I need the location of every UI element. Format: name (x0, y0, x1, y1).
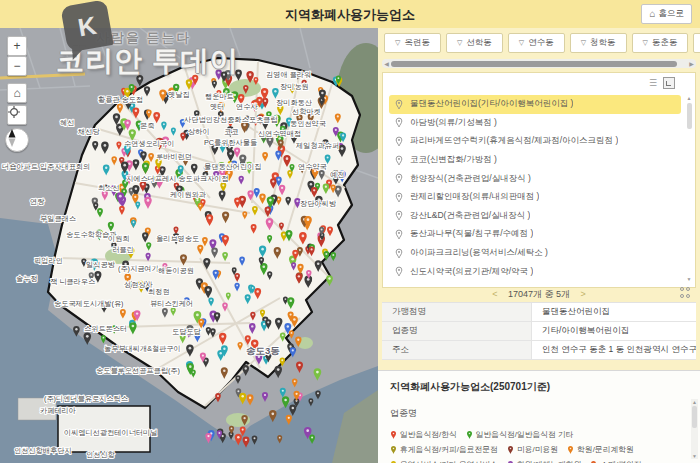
legend-section: 지역화폐사용가능업소(250701기준) 업종명 일반음식점/한식일반음식점/일… (378, 370, 700, 463)
district-tabs: ▽옥련동▽선학동▽연수동▽청학동▽동춘동▽송도동 (384, 33, 700, 53)
list-item[interactable]: 란제리할인매장(의류/내의판매점 ) (389, 188, 681, 207)
legend-item-label: 용역서비스/기타 용역서비스 (400, 459, 498, 463)
next-page-button[interactable]: > (581, 289, 586, 299)
scroll-up-icon[interactable]: ▲ (691, 399, 698, 405)
legend-item: 일반음식점/일반음식점 기타 (466, 429, 574, 440)
list-item-label: 아담방(의류/기성복점 ) (410, 117, 497, 129)
map-place-label: 신연수역매점 (258, 129, 301, 138)
tabs-horizontal-scrollbar[interactable]: ◀ ▶ (382, 59, 696, 68)
map-place-label: 러플린 (112, 245, 134, 254)
category-pin-icon (390, 430, 397, 440)
zoom-out-button[interactable]: − (7, 56, 27, 76)
map-place-label: 행운마트 (205, 92, 234, 101)
legend-item: 용역서비스/기타 용역서비스 (390, 459, 498, 463)
map-place-label: 카페테리아 (40, 406, 76, 415)
map-place-label: 케이원외과 (170, 190, 206, 199)
list-item[interactable]: 강산L&D(건축관련업/실내장식 ) (389, 207, 681, 226)
filter-icon: ▽ (643, 39, 648, 47)
tab-district-2[interactable]: ▽선학동 (446, 33, 503, 53)
tab-district-1[interactable]: ▽옥련동 (384, 33, 441, 53)
tab-label: 청학동 (590, 37, 616, 49)
legend-vertical-scrollbar[interactable]: ▲ ▼ (691, 399, 698, 459)
list-item-label: 란제리할인매장(의류/내의판매점 ) (410, 191, 539, 203)
tab-district-4[interactable]: ▽청학동 (570, 33, 627, 53)
legend-items: 일반음식점/한식일반음식점/일반음식점 기타휴게음식점/커피/음료전문점미용/미… (390, 429, 678, 463)
map-place-label: 연수사 (236, 102, 258, 111)
list-item-label: 동산과나무(직물/침구류/수예점 ) (410, 228, 533, 240)
map-place-label: 이씨엠디선광컨테이너터미널 (64, 428, 157, 437)
expand-icon[interactable] (663, 77, 675, 89)
map-place-label: 본죽 (140, 121, 154, 130)
list-item[interactable]: 동산과나무(직물/침구류/수예점 ) (389, 225, 681, 244)
map-viewport[interactable]: 황룡관 송도점옛날집행운마트김영애 플라워장미농원장미화동산연수사옛터선학마켓동… (0, 28, 378, 463)
legend-item: 학원/예체능계학원 (507, 459, 582, 463)
map-place-label: PC를위한사물들 (204, 138, 257, 147)
map-place-label: 인천신항배후단지 (14, 446, 72, 455)
map-place-label: 연랑 (30, 197, 45, 206)
map-place-label: 예전 (330, 170, 344, 179)
list-item-label: 신도시약국(의료기관/제약/약국 ) (410, 266, 533, 278)
category-pin-icon (466, 430, 473, 440)
scrollbar-thumb[interactable] (687, 103, 692, 129)
tab-district-5[interactable]: ▽동춘동 (632, 33, 689, 53)
map-place-label: 루바비런던 (156, 152, 192, 161)
legend-subtitle: 업종명 (390, 407, 700, 420)
map-place-label: 장미화동산 (276, 98, 312, 107)
detail-row: 주소인천 연수구 동춘 1 동 인천광역시 연수구 청능대로 38 (382, 341, 696, 360)
map-place-label: 이원희 (108, 234, 130, 243)
list-item-label: 한양장식(건축관련업/실내장식 ) (410, 173, 531, 185)
map-place-label: 해돋이공원 (158, 266, 194, 275)
map-place-label: 놀부부대찌개&철판구이 (104, 344, 181, 353)
tab-label: 연수동 (528, 37, 554, 49)
locate-button[interactable] (7, 105, 27, 125)
prev-page-button[interactable]: < (492, 289, 497, 299)
category-pin-icon (567, 445, 574, 455)
scroll-left-icon[interactable]: ◀ (382, 60, 391, 67)
scrollbar-thumb[interactable] (692, 406, 697, 428)
list-item[interactable]: 한양장식(건축관련업/실내장식 ) (389, 169, 681, 188)
store-detail-table: 가맹점명물댄동산어린이집업종명기타/아이행복어린이집주소인천 연수구 동춘 1 … (382, 302, 696, 360)
scrollbar-thumb[interactable] (391, 61, 677, 67)
list-item[interactable]: 아이파크크리닝(용역서비스/세탁소 ) (389, 244, 681, 263)
zoom-in-button[interactable]: + (7, 36, 27, 56)
compass[interactable] (5, 128, 29, 152)
filter-icon: ▽ (395, 39, 400, 47)
pin-icon (395, 229, 403, 240)
detail-row: 가맹점명물댄동산어린이집 (382, 303, 696, 322)
tab-district-3[interactable]: ▽연수동 (508, 33, 565, 53)
legend-item-label: 일반음식점/한식 (400, 429, 457, 440)
map-place-label: 스위트몬스터 (84, 324, 127, 333)
list-item[interactable]: 코코(신변잡화/가방점 ) (389, 151, 681, 170)
legend-item: 소매/편의점 (590, 459, 641, 463)
map-canvas[interactable]: 황룡관 송도점옛날집행운마트김영애 플라워장미농원장미화동산연수사옛터선학마켓동… (0, 28, 378, 463)
checklist-icon[interactable]: ☰ (649, 79, 657, 88)
compass-needle-icon (6, 129, 18, 147)
detail-value: 기타/아이행복어린이집 (532, 325, 696, 337)
list-item[interactable]: 신도시약국(의료기관/제약/약국 ) (389, 262, 681, 281)
list-item[interactable]: 아담방(의류/기성복점 ) (389, 114, 681, 133)
map-place-label: 수연생오리구이 (124, 139, 174, 148)
home-button[interactable]: ⌂ 홈으로 (641, 4, 692, 24)
scroll-down-icon[interactable]: ▼ (691, 453, 698, 459)
list-item[interactable]: 물댄동산어린이집(기타/아이행복어린이집 ) (389, 95, 681, 114)
scroll-down-icon[interactable]: ▼ (685, 276, 693, 282)
grid-view-icon[interactable] (680, 287, 691, 298)
map-place-label: 옛터 (210, 102, 224, 111)
map-place-label: 송도3동 (246, 345, 280, 356)
home-button-label: 홈으로 (659, 8, 685, 20)
map-place-label: 최소선 (98, 183, 120, 192)
legend-item-label: 휴게음식점/커피/음료전문점 (400, 444, 498, 455)
category-pin-icon (590, 460, 597, 463)
map-place-label: 동인천약국 (290, 119, 326, 128)
list-vertical-scrollbar[interactable]: ▲ ▼ (685, 95, 693, 282)
map-home-button[interactable]: ⌂ (7, 83, 27, 103)
pin-icon (395, 99, 403, 110)
list-item-label: 파리바게뜨연수럭키(휴게음식점/제과점/아이스크림점 ) (410, 135, 618, 147)
map-place-label: 잭 니클라우스 (50, 277, 95, 286)
scroll-right-icon[interactable]: ▶ (687, 60, 696, 67)
scroll-up-icon[interactable]: ▲ (685, 95, 693, 101)
home-icon: ⌂ (649, 9, 655, 19)
tab-district-6[interactable]: ▽송도동 (693, 33, 700, 53)
list-item[interactable]: 파리바게뜨연수럭키(휴게음식점/제과점/아이스크림점 ) (389, 132, 681, 151)
legend-item-label: 미용/미용원 (517, 444, 558, 455)
